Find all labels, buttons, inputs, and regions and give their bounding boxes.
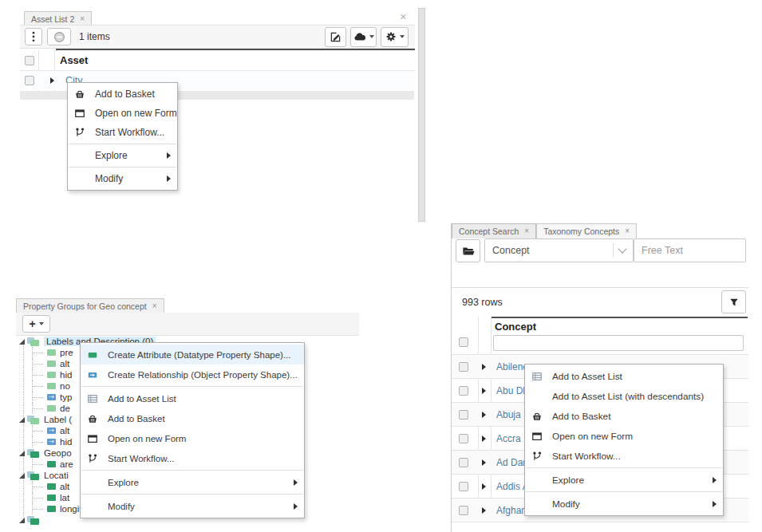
menu-item-label: Add to Asset List (108, 394, 176, 404)
submenu-arrow-icon (713, 477, 717, 483)
tree-node-label: lat (60, 493, 69, 502)
attribute-icon (47, 506, 56, 512)
menu-item-add-to-asset-list[interactable]: Add to Asset List (525, 366, 723, 386)
select-all-checkbox[interactable] (25, 56, 34, 65)
menu-item-label: Open on new Form (552, 431, 633, 442)
saved-search-button[interactable] (456, 239, 480, 262)
menu-item-create-relationship[interactable]: Create Relationship (Object Property Sha… (81, 365, 304, 384)
free-text-input[interactable] (634, 238, 746, 262)
menu-item-modify[interactable]: Modify (525, 494, 723, 514)
tree-node-label: pre (60, 348, 73, 357)
row-expander-icon[interactable] (482, 435, 486, 442)
menu-item-start-workflow[interactable]: Start Workflow... (525, 446, 723, 466)
row-expander-icon[interactable] (482, 364, 486, 370)
row-expander-icon[interactable] (482, 483, 486, 490)
row-checkbox[interactable] (459, 362, 468, 372)
concept-link[interactable]: Accra (496, 433, 521, 444)
menu-item-add-to-asset-list-descendants[interactable]: Add to Asset List (with descendants) (525, 386, 723, 406)
basket-icon (74, 89, 95, 100)
menu-item-label: Add to Asset List (552, 371, 622, 382)
chevron-down-icon (369, 35, 374, 38)
row-checkbox[interactable] (459, 506, 468, 515)
menu-item-explore[interactable]: Explore (525, 470, 723, 490)
row-expander-icon[interactable] (482, 459, 486, 466)
row-checkbox[interactable] (459, 458, 468, 467)
select-all-checkbox[interactable] (459, 337, 468, 347)
row-expander-icon[interactable] (482, 507, 486, 514)
row-checkbox[interactable] (459, 434, 468, 443)
tab-close-icon[interactable]: × (80, 15, 85, 23)
vertical-scrollbar[interactable] (418, 8, 425, 222)
tab-label: Property Groups for Geo concept (23, 301, 147, 311)
tab-concept-search[interactable]: Concept Search × (452, 223, 536, 238)
menu-item-start-workflow[interactable]: Start Workflow... (81, 448, 304, 468)
menu-item-add-to-asset-list[interactable]: Add to Asset List (81, 388, 304, 408)
tree-node-label: alt (60, 426, 69, 435)
concept-link[interactable]: Abuja (496, 409, 521, 420)
menu-item-label: Add to Basket (552, 411, 610, 422)
search-field-select[interactable]: Concept (484, 238, 634, 262)
form-icon (531, 431, 552, 442)
tree-expander-icon[interactable] (19, 518, 25, 523)
tree-node-label: de (60, 404, 70, 413)
property-group-icon (27, 337, 40, 346)
attribute-icon (47, 349, 56, 356)
divider (613, 243, 614, 258)
add-button[interactable]: + (22, 315, 50, 333)
menu-item-modify[interactable]: Modify (68, 169, 177, 188)
concept-link[interactable]: Afghan (496, 505, 527, 516)
tree-expander-icon[interactable] (19, 451, 25, 456)
tab-close-icon[interactable]: × (625, 227, 630, 235)
edit-button[interactable] (325, 27, 346, 47)
menu-item-modify[interactable]: Modify (81, 496, 304, 516)
tree-expander-icon[interactable] (19, 473, 25, 479)
tab-property-groups[interactable]: Property Groups for Geo concept × (16, 298, 164, 313)
settings-menu-button[interactable] (381, 27, 409, 47)
tree-expander-icon[interactable] (19, 339, 25, 345)
kebab-menu-button[interactable] (25, 28, 42, 45)
menu-item-open-on-new-form[interactable]: Open on new Form (68, 104, 177, 123)
concept-filter-input[interactable] (493, 335, 744, 351)
menu-item-start-workflow[interactable]: Start Workflow... (68, 123, 177, 142)
workflow-icon (531, 451, 552, 462)
filter-button[interactable] (721, 290, 746, 313)
menu-item-add-to-basket[interactable]: Add to Basket (68, 85, 177, 104)
row-checkbox[interactable] (25, 76, 34, 85)
tab-close-icon[interactable]: × (152, 302, 157, 310)
tree-expander-icon[interactable] (19, 417, 25, 423)
tab-label: Taxonomy Concepts (543, 227, 619, 236)
menu-item-add-to-basket[interactable]: Add to Basket (81, 408, 304, 428)
tree-node-label: Locati (44, 471, 69, 480)
row-checkbox[interactable] (459, 386, 468, 396)
tree-connector (32, 347, 45, 358)
relationship-icon: → (47, 394, 56, 400)
row-expander-icon[interactable] (482, 412, 486, 418)
menu-item-label: Open on new Form (95, 108, 177, 119)
menu-item-open-on-new-form[interactable]: Open on new Form (81, 428, 304, 448)
menu-item-label: Create Relationship (Object Property Sha… (108, 370, 298, 380)
menu-item-label: Add to Basket (108, 414, 165, 424)
row-expander-icon[interactable] (482, 388, 486, 394)
menu-item-create-attribute[interactable]: Create Attribute (Datatype Property Shap… (81, 345, 304, 365)
menu-item-label: Explore (552, 475, 584, 486)
remove-selection-button[interactable] (47, 28, 71, 45)
menu-item-explore[interactable]: Explore (81, 472, 304, 492)
menu-item-explore[interactable]: Explore (68, 146, 177, 165)
panel-close-icon[interactable]: × (400, 10, 407, 23)
menu-item-open-on-new-form[interactable]: Open on new Form (525, 426, 723, 446)
cloud-menu-button[interactable] (350, 27, 377, 47)
tab-close-icon[interactable]: × (524, 227, 529, 235)
chevron-down-icon (618, 244, 626, 253)
tree-node-label: Geopo (44, 448, 72, 458)
row-checkbox[interactable] (459, 410, 468, 420)
asset-list-toolbar: 1 items (20, 25, 415, 49)
attribute-icon (47, 383, 56, 389)
row-checkbox[interactable] (459, 482, 468, 491)
tree-node-label: alt (60, 482, 69, 491)
row-expander-icon[interactable] (50, 77, 54, 84)
tab-taxonomy-concepts[interactable]: Taxonomy Concepts × (536, 223, 637, 238)
menu-separator (526, 491, 722, 492)
menu-item-add-to-basket[interactable]: Add to Basket (525, 406, 723, 426)
context-menu-property-group: Create Attribute (Datatype Property Shap… (80, 342, 305, 518)
submenu-arrow-icon (294, 503, 298, 510)
